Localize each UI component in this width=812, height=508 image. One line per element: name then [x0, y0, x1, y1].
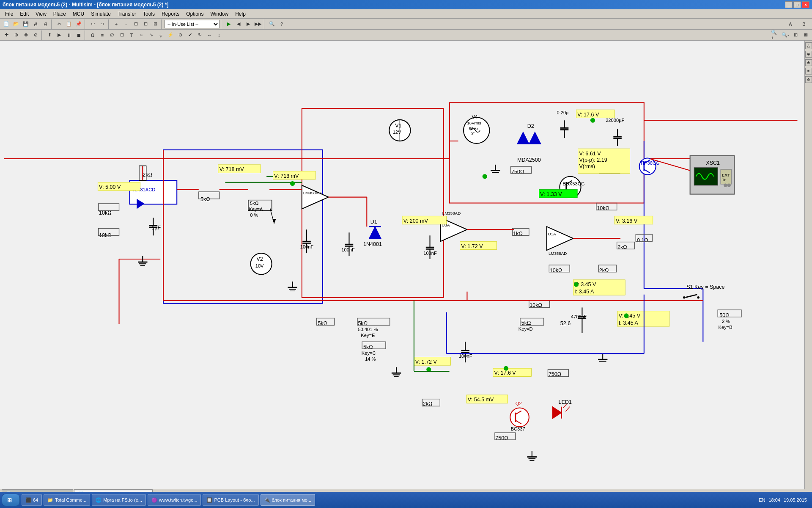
svg-text:750Ω: 750Ω	[495, 435, 508, 441]
component-dropdown[interactable]: -- In-Use List --	[165, 20, 219, 28]
menu-transfer[interactable]: Transfer	[114, 10, 140, 18]
tb-zoom-sel[interactable]: ⊟	[141, 19, 150, 29]
tb-redo[interactable]: ↪	[98, 19, 107, 29]
svg-text:V2: V2	[257, 256, 263, 262]
taskbar-item-64[interactable]: ⬛ 64	[22, 494, 42, 506]
taskbar-item-chrome1[interactable]: 🌐 Мрга на FS.to (e...	[92, 494, 146, 506]
svg-text:V: 54.5 mV: V: 54.5 mV	[468, 397, 494, 403]
tb2-horiz[interactable]: ↔	[205, 30, 214, 40]
tb2-stop[interactable]: ⏹	[74, 30, 83, 40]
tb-cut[interactable]: ✂	[55, 19, 64, 29]
tb2-rotate[interactable]: ↻	[195, 30, 204, 40]
menu-edit[interactable]: Edit	[16, 10, 32, 18]
tb-search[interactable]: 🔍	[267, 19, 277, 29]
svg-text:1kΩ: 1kΩ	[513, 231, 523, 237]
menu-bar: File Edit View Place MCU Simulate Transf…	[0, 9, 812, 19]
tb2-vert[interactable]: ↕	[214, 30, 224, 40]
zoom-sel-btn[interactable]: ⊞	[791, 30, 800, 40]
windows-icon: ⊞	[7, 497, 12, 503]
menu-reports[interactable]: Reports	[158, 10, 183, 18]
tb-print[interactable]: 🖨	[31, 19, 40, 29]
close-button[interactable]: ×	[802, 1, 809, 8]
svg-text:1N4001: 1N4001	[363, 241, 382, 247]
menu-view[interactable]: View	[32, 10, 50, 18]
svg-text:U1A: U1A	[548, 232, 556, 236]
tb2-nospice[interactable]: ∅	[107, 30, 117, 40]
taskbar-icon-multisim: 🔌	[264, 497, 270, 503]
tb2-net[interactable]: ∿	[146, 30, 156, 40]
taskbar-item-pcb[interactable]: 🔲 PCB Layout - бло...	[203, 494, 258, 506]
tb-ffwd[interactable]: ▶▶	[253, 19, 263, 29]
menu-options[interactable]: Options	[183, 10, 207, 18]
tb-zoom-fit[interactable]: ⊞	[131, 19, 140, 29]
menu-tools[interactable]: Tools	[140, 10, 158, 18]
tb2-pause[interactable]: ⏸	[64, 30, 74, 40]
svg-text:0.20µ: 0.20µ	[557, 110, 569, 115]
rs-btn-5[interactable]: ⊙	[805, 76, 812, 83]
tb2-gnd[interactable]: ⏚	[156, 30, 165, 40]
zoom-in-btn[interactable]: 🔍+	[771, 30, 780, 40]
svg-text:5kΩ: 5kΩ	[358, 320, 368, 326]
tb-paste[interactable]: 📌	[74, 19, 83, 29]
tb2-wire[interactable]: ✚	[2, 30, 11, 40]
tb-print2[interactable]: 🖨	[41, 19, 50, 29]
svg-text:0°: 0°	[471, 131, 475, 136]
rs-btn-4[interactable]: ≡	[805, 68, 812, 75]
menu-help[interactable]: Help	[232, 10, 249, 18]
tb-back[interactable]: ◀	[234, 19, 243, 29]
tb-top-right1[interactable]: A	[784, 19, 797, 29]
tb-save[interactable]: 💾	[21, 19, 30, 29]
zoom-full-btn[interactable]: ⊠	[801, 30, 810, 40]
tb2-label[interactable]: ⊘	[31, 30, 40, 40]
menu-simulate[interactable]: Simulate	[88, 10, 114, 18]
tb-open[interactable]: 📂	[11, 19, 21, 29]
menu-mcu[interactable]: MCU	[69, 10, 88, 18]
tb2-ref[interactable]: ≡	[98, 30, 107, 40]
tb2-text[interactable]: T	[127, 30, 136, 40]
svg-text:Q2: Q2	[516, 401, 522, 406]
tb2-pwr[interactable]: ⚡	[166, 30, 175, 40]
taskbar-item-multisim[interactable]: 🔌 блок питания мо...	[261, 494, 315, 506]
zoom-out-btn[interactable]: 🔍-	[781, 30, 790, 40]
rs-btn-3[interactable]: ⊗	[805, 59, 812, 66]
tb-run[interactable]: ▶	[224, 19, 233, 29]
tb-new[interactable]: 📄	[2, 19, 11, 29]
tb-help[interactable]: ?	[277, 19, 286, 29]
title-bar-buttons[interactable]: _ □ ×	[785, 1, 809, 8]
tb2-comp[interactable]: ⊕	[11, 30, 21, 40]
tb-top-right2[interactable]: B	[798, 19, 810, 29]
tb2-hier[interactable]: ⊞	[117, 30, 126, 40]
tb2-probe[interactable]: ⬆	[45, 30, 54, 40]
svg-text:V: 17.6 V: V: 17.6 V	[577, 112, 599, 118]
rs-btn-1[interactable]: △	[805, 42, 812, 49]
rs-btn-2[interactable]: ⊕	[805, 51, 812, 58]
svg-text:LM358AD: LM358AD	[303, 190, 321, 195]
tb-zoom-50[interactable]: ⊠	[151, 19, 160, 29]
svg-text:5kΩ: 5kΩ	[318, 320, 328, 326]
menu-file[interactable]: File	[2, 10, 16, 18]
minimize-button[interactable]: _	[785, 1, 793, 8]
right-sidebar: △ ⊕ ⊗ ≡ ⊙	[804, 41, 812, 489]
menu-place[interactable]: Place	[50, 10, 69, 18]
tb-zoom-out[interactable]: -	[121, 19, 131, 29]
start-button[interactable]: ⊞	[2, 494, 20, 506]
tb2-misc[interactable]: ⊙	[176, 30, 185, 40]
taskbar-item-twitch[interactable]: 🟣 www.twitch.tv/go...	[148, 494, 201, 506]
tb-copy[interactable]: 📋	[64, 19, 74, 29]
taskbar-item-total[interactable]: 📁 Total Comme...	[44, 494, 90, 506]
tb-fwd[interactable]: ▶	[244, 19, 253, 29]
tb2-bus[interactable]: ≈	[137, 30, 146, 40]
circuit-canvas[interactable]: TL431ACD 2kΩ 5kΩ Key=A 0 % 10kΩ 10kΩ	[0, 41, 804, 489]
tb-zoom-in[interactable]: +	[112, 19, 121, 29]
menu-window[interactable]: Window	[207, 10, 232, 18]
tb2-node[interactable]: ⊗	[21, 30, 30, 40]
taskbar-clock: 18:04	[768, 497, 780, 502]
taskbar-date: 19.05.2015	[784, 497, 807, 502]
svg-text:V: 17.6 V: V: 17.6 V	[494, 370, 516, 376]
tb2-mark[interactable]: ✔	[185, 30, 195, 40]
tb2-annotate[interactable]: Ω	[88, 30, 97, 40]
tb-undo[interactable]: ↩	[88, 19, 97, 29]
tb2-sim[interactable]: ▶	[55, 30, 64, 40]
maximize-button[interactable]: □	[793, 1, 801, 8]
svg-text:I: 3.45 A: I: 3.45 A	[619, 320, 639, 326]
